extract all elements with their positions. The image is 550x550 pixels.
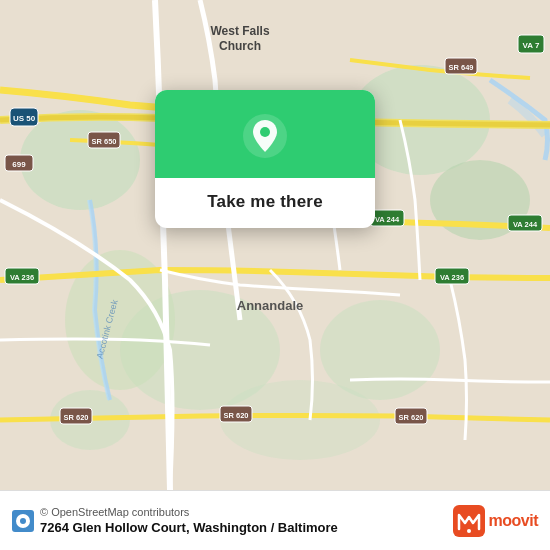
svg-point-42 — [467, 529, 471, 533]
take-me-there-button[interactable]: Take me there — [207, 192, 323, 212]
svg-text:Annandale: Annandale — [237, 298, 303, 313]
osm-attribution: © OpenStreetMap contributors — [40, 506, 338, 518]
svg-text:VA 244: VA 244 — [375, 215, 400, 224]
osm-info: © OpenStreetMap contributors 7264 Glen H… — [12, 506, 338, 535]
bottom-text-group: © OpenStreetMap contributors 7264 Glen H… — [40, 506, 338, 535]
svg-text:US 50: US 50 — [13, 114, 36, 123]
moovit-text-label: moovit — [489, 512, 538, 530]
svg-point-40 — [260, 127, 270, 137]
svg-text:SR 620: SR 620 — [63, 413, 88, 422]
location-pin-icon — [241, 112, 289, 160]
svg-text:VA 236: VA 236 — [10, 273, 34, 282]
osm-logo — [12, 510, 34, 532]
bottom-bar: © OpenStreetMap contributors 7264 Glen H… — [0, 490, 550, 550]
moovit-logo: moovit — [453, 505, 538, 537]
svg-text:SR 620: SR 620 — [223, 411, 248, 420]
map-svg: US 50 US 50 VA 7 SR 649 SR 650 699 VA 24… — [0, 0, 550, 490]
card-overlay: Take me there — [155, 90, 375, 228]
address-text: 7264 Glen Hollow Court, Washington / Bal… — [40, 520, 338, 535]
card-button-area: Take me there — [155, 178, 375, 228]
svg-text:West Falls: West Falls — [210, 24, 269, 38]
osm-logo-inner — [16, 514, 30, 528]
svg-text:SR 620: SR 620 — [398, 413, 423, 422]
svg-text:VA 244: VA 244 — [513, 220, 538, 229]
svg-text:VA 236: VA 236 — [440, 273, 464, 282]
svg-text:SR 649: SR 649 — [448, 63, 473, 72]
svg-text:SR 650: SR 650 — [91, 137, 116, 146]
svg-text:VA 7: VA 7 — [523, 41, 540, 50]
moovit-icon — [453, 505, 485, 537]
card-green-section — [155, 90, 375, 178]
svg-text:699: 699 — [12, 160, 26, 169]
svg-text:Church: Church — [219, 39, 261, 53]
map-container: US 50 US 50 VA 7 SR 649 SR 650 699 VA 24… — [0, 0, 550, 490]
svg-point-1 — [20, 110, 140, 210]
osm-logo-dot — [20, 518, 26, 524]
